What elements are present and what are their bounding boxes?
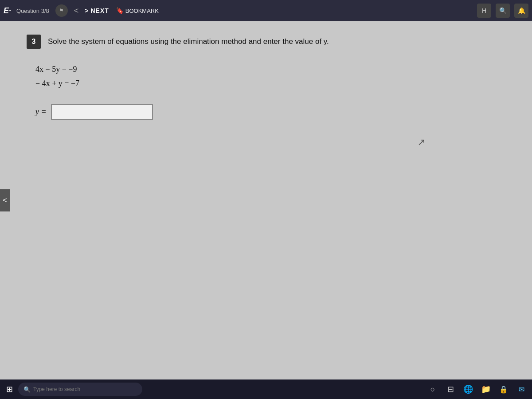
equation-1: 4x − 5y = −9: [35, 62, 514, 76]
notification-button[interactable]: 🔔: [514, 4, 528, 18]
taskbar-widgets-button[interactable]: ⊟: [443, 382, 458, 396]
chevron-left-icon: <: [3, 196, 7, 204]
cursor-indicator: ↖: [418, 137, 426, 148]
answer-input[interactable]: [51, 104, 153, 120]
next-label: NEXT: [90, 7, 109, 14]
taskbar-search-bar[interactable]: 🔍: [18, 383, 142, 396]
question-area: 3 Solve the system of equations using th…: [27, 35, 514, 120]
bell-icon: 🔔: [518, 7, 525, 14]
left-nav-tab[interactable]: <: [0, 189, 10, 211]
app-logo: E·: [4, 6, 11, 16]
y-equals-label: y =: [35, 107, 47, 117]
taskbar-mail-button[interactable]: ✉: [514, 382, 528, 396]
main-content: < 3 Solve the system of equations using …: [0, 21, 532, 379]
question-text: Solve the system of equations using the …: [48, 35, 329, 47]
question-header: 3 Solve the system of equations using th…: [27, 35, 514, 49]
windows-icon: ⊞: [6, 385, 13, 394]
taskbar-browser-button[interactable]: 🌐: [461, 382, 475, 396]
bookmark-label: BOOKMARK: [125, 8, 159, 14]
calculator-button[interactable]: H: [477, 4, 491, 18]
chevron-left-icon: <: [74, 6, 79, 15]
chevron-right-icon: >: [85, 7, 89, 14]
question-number-badge: 3: [27, 35, 41, 49]
taskbar-lock-button[interactable]: 🔒: [497, 382, 511, 396]
flag-icon: ⚑: [59, 8, 64, 14]
equations-block: 4x − 5y = −9 − 4x + y = −7: [35, 62, 514, 91]
taskbar-circle-button[interactable]: ○: [426, 382, 440, 396]
search-button[interactable]: 🔍: [496, 4, 510, 18]
flag-button[interactable]: ⚑: [55, 4, 68, 17]
taskbar-center-icons: ○ ⊟ 🌐 📁 🔒 ✉: [426, 382, 528, 396]
topbar: E· Question 3/8 ⚑ < > NEXT 🔖 BOOKMARK H …: [0, 0, 532, 21]
prev-button[interactable]: <: [71, 4, 82, 17]
taskbar-folder-button[interactable]: 📁: [479, 382, 493, 396]
taskbar-search-input[interactable]: [33, 386, 137, 392]
next-button[interactable]: > NEXT: [85, 7, 109, 14]
answer-row: y =: [35, 104, 514, 120]
bookmark-button[interactable]: 🔖 BOOKMARK: [116, 7, 159, 14]
taskbar-search-icon: 🔍: [23, 386, 31, 393]
bookmark-icon: 🔖: [116, 7, 124, 14]
search-icon: 🔍: [499, 7, 507, 14]
calculator-icon: H: [482, 7, 486, 14]
equation-2: − 4x + y = −7: [35, 76, 514, 90]
taskbar: ⊞ 🔍 ○ ⊟ 🌐 📁 🔒 ✉: [0, 379, 532, 399]
question-counter: Question 3/8: [16, 8, 49, 14]
start-button[interactable]: ⊞: [4, 383, 16, 395]
